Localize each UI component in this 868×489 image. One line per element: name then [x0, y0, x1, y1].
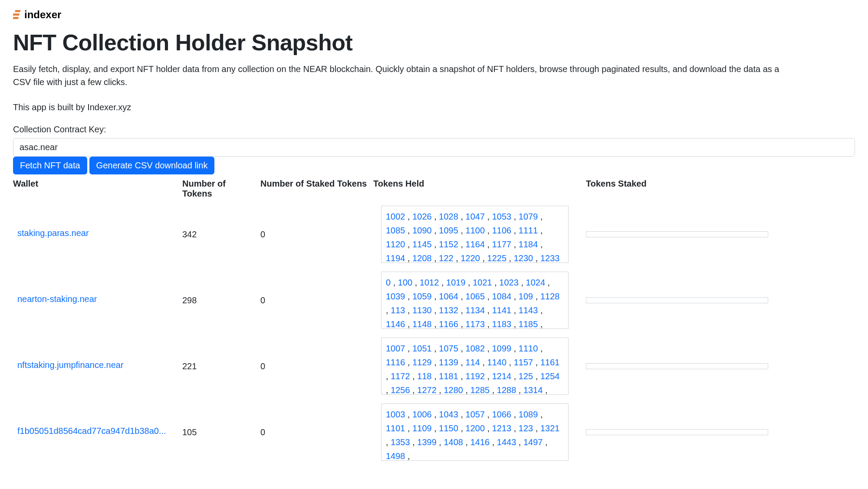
- token-link[interactable]: 1090: [412, 226, 432, 235]
- token-link[interactable]: 1064: [439, 292, 458, 301]
- tokens-staked-box[interactable]: [586, 297, 768, 303]
- token-link[interactable]: 1006: [412, 410, 432, 419]
- token-link[interactable]: 1140: [487, 358, 507, 367]
- token-link[interactable]: 1225: [487, 253, 507, 263]
- token-link[interactable]: 1089: [519, 410, 538, 419]
- token-link[interactable]: 118: [417, 371, 431, 381]
- tokens-held-box[interactable]: 1002 , 1026 , 1028 , 1047 , 1053 , 1079 …: [381, 206, 569, 263]
- token-link[interactable]: 109: [519, 292, 533, 301]
- token-link[interactable]: 1084: [492, 292, 512, 301]
- token-link[interactable]: 1166: [439, 319, 458, 329]
- token-link[interactable]: 1129: [412, 358, 432, 367]
- token-link[interactable]: 1085: [386, 226, 405, 235]
- token-link[interactable]: 1177: [492, 240, 512, 249]
- token-link[interactable]: 1026: [412, 212, 432, 221]
- token-link[interactable]: 1059: [412, 292, 432, 301]
- tokens-staked-box[interactable]: [586, 231, 768, 237]
- token-link[interactable]: 1497: [523, 437, 543, 447]
- token-link[interactable]: 1181: [439, 371, 458, 381]
- token-link[interactable]: 1184: [519, 240, 538, 249]
- token-link[interactable]: 1110: [519, 344, 538, 353]
- token-link[interactable]: 1002: [386, 212, 405, 221]
- token-link[interactable]: 1173: [466, 319, 485, 329]
- token-link[interactable]: 1003: [386, 410, 405, 419]
- token-link[interactable]: 1101: [386, 423, 405, 433]
- token-link[interactable]: 1019: [446, 278, 466, 287]
- token-link[interactable]: 1012: [420, 278, 439, 287]
- token-link[interactable]: 1111: [519, 226, 538, 235]
- contract-key-input[interactable]: [13, 138, 855, 157]
- token-link[interactable]: 1220: [460, 253, 480, 263]
- token-link[interactable]: 1213: [492, 423, 512, 433]
- token-link[interactable]: 1272: [417, 385, 437, 395]
- token-link[interactable]: 1053: [492, 212, 512, 221]
- wallet-link[interactable]: nearton-staking.near: [17, 294, 97, 304]
- token-link[interactable]: 1185: [519, 319, 538, 329]
- token-link[interactable]: 114: [466, 358, 480, 367]
- token-link[interactable]: 1141: [492, 305, 512, 315]
- token-link[interactable]: 1161: [540, 358, 560, 367]
- token-link[interactable]: 1150: [439, 423, 458, 433]
- token-link[interactable]: 1128: [540, 292, 560, 301]
- token-link[interactable]: 1130: [412, 305, 432, 315]
- token-link[interactable]: 1254: [540, 371, 560, 381]
- token-link[interactable]: 1116: [386, 358, 405, 367]
- token-link[interactable]: 1443: [497, 437, 516, 447]
- token-link[interactable]: 1288: [497, 385, 516, 395]
- token-link[interactable]: 1230: [514, 253, 533, 263]
- token-link[interactable]: 1066: [492, 410, 512, 419]
- token-link[interactable]: 1082: [466, 344, 485, 353]
- token-link[interactable]: 1120: [386, 240, 405, 249]
- token-link[interactable]: 1353: [391, 437, 410, 447]
- token-link[interactable]: 1065: [466, 292, 485, 301]
- token-link[interactable]: 123: [519, 423, 533, 433]
- token-link[interactable]: 1099: [492, 344, 512, 353]
- token-link[interactable]: 1039: [386, 292, 405, 301]
- token-link[interactable]: 1132: [439, 305, 458, 315]
- token-link[interactable]: 1157: [514, 358, 533, 367]
- token-link[interactable]: 1280: [444, 385, 463, 395]
- token-link[interactable]: 1134: [466, 305, 485, 315]
- token-link[interactable]: 1109: [412, 423, 432, 433]
- token-link[interactable]: 1200: [466, 423, 485, 433]
- wallet-link[interactable]: nftstaking.jumpfinance.near: [17, 360, 124, 370]
- tokens-held-box[interactable]: 0 , 100 , 1012 , 1019 , 1021 , 1023 , 10…: [381, 272, 569, 329]
- token-link[interactable]: 113: [391, 305, 405, 315]
- token-link[interactable]: 1021: [473, 278, 492, 287]
- token-link[interactable]: 1047: [466, 212, 485, 221]
- token-link[interactable]: 1100: [466, 226, 485, 235]
- token-link[interactable]: 0: [386, 278, 391, 287]
- tokens-held-box[interactable]: 1003 , 1006 , 1043 , 1057 , 1066 , 1089 …: [381, 404, 569, 461]
- token-link[interactable]: 1139: [439, 358, 458, 367]
- token-link[interactable]: 1152: [439, 240, 458, 249]
- token-link[interactable]: 1321: [540, 423, 560, 433]
- token-link[interactable]: 1143: [519, 305, 538, 315]
- token-link[interactable]: 1079: [519, 212, 538, 221]
- token-link[interactable]: 122: [439, 253, 453, 263]
- token-link[interactable]: 1233: [540, 253, 560, 263]
- token-link[interactable]: 1095: [439, 226, 458, 235]
- token-link[interactable]: 1285: [470, 385, 490, 395]
- tokens-staked-box[interactable]: [586, 429, 768, 435]
- token-link[interactable]: 100: [398, 278, 412, 287]
- token-link[interactable]: 1075: [439, 344, 458, 353]
- token-link[interactable]: 1172: [391, 371, 410, 381]
- token-link[interactable]: 1192: [466, 371, 485, 381]
- token-link[interactable]: 125: [519, 371, 533, 381]
- token-link[interactable]: 1256: [391, 385, 410, 395]
- token-link[interactable]: 1051: [412, 344, 432, 353]
- token-link[interactable]: 1145: [412, 240, 432, 249]
- fetch-nft-button[interactable]: Fetch NFT data: [13, 157, 87, 174]
- wallet-link[interactable]: f1b05051d8564cad77ca947d1b38a0...: [17, 426, 166, 436]
- token-link[interactable]: 1057: [466, 410, 485, 419]
- token-link[interactable]: 1208: [412, 253, 432, 263]
- token-link[interactable]: 1024: [526, 278, 546, 287]
- token-link[interactable]: 1314: [523, 385, 543, 395]
- token-link[interactable]: 1164: [466, 240, 485, 249]
- token-link[interactable]: 1498: [386, 451, 405, 461]
- token-link[interactable]: 1416: [470, 437, 490, 447]
- token-link[interactable]: 1408: [444, 437, 463, 447]
- token-link[interactable]: 1148: [412, 319, 432, 329]
- token-link[interactable]: 1043: [439, 410, 458, 419]
- wallet-link[interactable]: staking.paras.near: [17, 228, 89, 238]
